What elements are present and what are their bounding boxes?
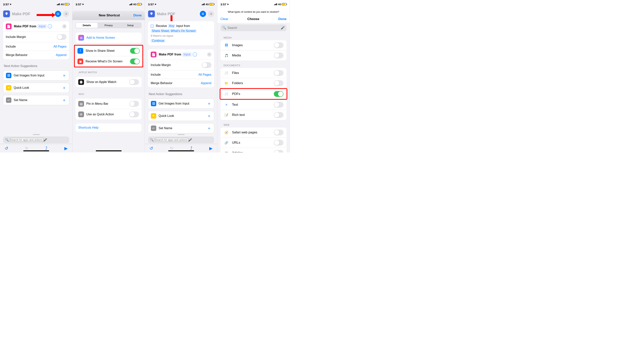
merge-behavior-row[interactable]: Merge Behavior Append xyxy=(148,79,214,87)
include-margin-toggle[interactable] xyxy=(202,62,212,68)
search-field[interactable]: 🔍 🎤 xyxy=(3,136,69,143)
suggestion-set-name[interactable]: 🏷 Set Name ＋ xyxy=(3,95,69,105)
search-input[interactable] xyxy=(155,138,188,142)
row-safari: 🧭 Safari web pages xyxy=(220,127,286,138)
any-token[interactable]: Any xyxy=(168,24,176,28)
close-button[interactable]: ✕ xyxy=(208,11,214,17)
mic-icon[interactable]: 🎤 xyxy=(281,26,284,30)
undo-button[interactable]: ↺ xyxy=(4,146,8,151)
input-token[interactable]: Input xyxy=(182,52,192,57)
modal-header: New Shortcut Done xyxy=(72,11,145,20)
types-scroll[interactable]: 🔍 🎤 MEDIA 🖼 Images 🎵 Media DOCUMENTS 📄 F… xyxy=(217,23,290,152)
done-button[interactable]: Done xyxy=(278,17,287,21)
receive-label: Receive xyxy=(156,24,167,27)
clear-action-button[interactable]: ✕ xyxy=(207,52,212,57)
add-suggestion-button[interactable]: ＋ xyxy=(207,125,211,131)
add-to-home-row[interactable]: ⊞ Add to Home Screen xyxy=(76,32,142,43)
articles-toggle[interactable] xyxy=(274,150,284,152)
done-button[interactable]: Done xyxy=(134,13,142,17)
run-button[interactable]: ▶ xyxy=(209,146,212,151)
urls-toggle[interactable] xyxy=(274,140,284,146)
add-suggestion-button[interactable]: ＋ xyxy=(62,73,66,78)
shortcuts-help-row[interactable]: Shortcuts Help xyxy=(76,123,142,132)
clear-action-button[interactable]: ✕ xyxy=(62,24,66,28)
share-sheet-icon: ⤴ xyxy=(78,48,83,54)
images-toggle[interactable] xyxy=(274,42,284,48)
mic-icon[interactable]: 🎤 xyxy=(188,138,192,142)
share-sheet-toggle[interactable] xyxy=(130,48,140,54)
pdfs-toggle[interactable] xyxy=(274,91,284,97)
search-field[interactable]: 🔍 🎤 xyxy=(220,24,286,31)
documents-group: 📄 Files 📁 Folders xyxy=(220,68,286,88)
continue-token[interactable]: Continue xyxy=(151,39,165,42)
search-input[interactable] xyxy=(10,138,43,142)
home-indicator[interactable] xyxy=(168,150,194,151)
tab-privacy[interactable]: Privacy xyxy=(98,23,120,28)
close-button[interactable]: ✕ xyxy=(63,11,69,17)
expand-icon[interactable]: ⌄ xyxy=(48,24,52,28)
file-icon: 📄 xyxy=(224,70,229,76)
suggestion-set-name[interactable]: 🏷 Set Name ＋ xyxy=(148,123,214,133)
shortcut-title[interactable]: Make PDF xyxy=(157,12,198,16)
suggestion-quick-look[interactable]: 👁 Quick Look ＋ xyxy=(3,83,69,93)
search-input[interactable] xyxy=(228,26,281,30)
search-dock: 🔍 🎤 xyxy=(145,134,217,143)
text-icon: ≡ xyxy=(224,102,229,108)
network-label: 4G xyxy=(133,3,136,6)
documents-group-2: ≡ Text 📝 Rich text xyxy=(220,100,286,120)
add-suggestion-button[interactable]: ＋ xyxy=(207,113,211,119)
grabber-icon[interactable] xyxy=(178,134,184,135)
add-suggestion-button[interactable]: ＋ xyxy=(207,101,211,106)
row-richtext: 📝 Rich text xyxy=(220,110,286,120)
suggestion-get-images[interactable]: 🖼 Get Images from Input ＋ xyxy=(3,70,69,80)
modal-title: New Shortcut xyxy=(85,13,134,17)
action-title-row[interactable]: 📄 Make PDF from Input ⌄ ✕ xyxy=(148,49,214,60)
search-field[interactable]: 🔍 🎤 xyxy=(148,136,214,143)
safari-toggle[interactable] xyxy=(274,130,284,135)
status-time: 3:57 xyxy=(220,3,226,6)
input-token[interactable]: Input xyxy=(38,24,47,28)
grabber-icon[interactable] xyxy=(33,134,40,135)
sources-token[interactable]: Share Sheet, What's On Screen xyxy=(151,29,197,33)
editor-header: Make PDF ✕ xyxy=(0,8,72,19)
clear-button[interactable]: Clear xyxy=(220,17,228,21)
screen-2-details: 3:57➤ 4G ⚡ New Shortcut Done Details Pri… xyxy=(72,0,145,152)
pin-menu-toggle[interactable] xyxy=(129,101,139,107)
quick-action-toggle[interactable] xyxy=(129,111,139,117)
undo-button[interactable]: ↺ xyxy=(150,146,153,151)
include-row[interactable]: Include All Pages xyxy=(148,70,214,79)
settings-button[interactable] xyxy=(55,11,61,17)
include-row[interactable]: Include All Pages xyxy=(3,42,69,51)
tab-setup[interactable]: Setup xyxy=(120,23,141,28)
richtext-toggle[interactable] xyxy=(274,112,284,118)
media-icon: 🎵 xyxy=(224,52,229,58)
suggestion-get-images[interactable]: 🖼 Get Images from Input ＋ xyxy=(148,99,214,109)
shortcut-icon[interactable] xyxy=(3,10,10,17)
location-icon: ➤ xyxy=(82,3,84,5)
action-title-row[interactable]: 📄 Make PDF from Input ⌄ ✕ xyxy=(3,21,69,32)
home-indicator[interactable] xyxy=(96,150,122,151)
apple-watch-toggle[interactable] xyxy=(129,79,139,85)
eye-icon: 👁 xyxy=(151,113,156,119)
media-toggle[interactable] xyxy=(274,52,284,58)
receive-onscreen-toggle[interactable] xyxy=(130,58,140,64)
apple-watch-card: ⌚ Show on Apple Watch xyxy=(76,77,142,87)
add-suggestion-button[interactable]: ＋ xyxy=(62,97,66,103)
suggestion-quick-look[interactable]: 👁 Quick Look ＋ xyxy=(148,111,214,121)
status-bar: 3:57➤ 4G ⚡ xyxy=(0,0,72,8)
expand-icon[interactable]: ⌄ xyxy=(193,52,197,57)
run-button[interactable]: ▶ xyxy=(64,146,68,151)
files-toggle[interactable] xyxy=(274,70,284,76)
folders-toggle[interactable] xyxy=(274,80,284,86)
status-bar: 3:57➤ 4G ⚡ xyxy=(72,0,145,8)
settings-button[interactable] xyxy=(200,11,206,17)
include-margin-toggle[interactable] xyxy=(57,34,66,40)
home-indicator[interactable] xyxy=(23,150,49,151)
segmented-control[interactable]: Details Privacy Setup xyxy=(76,22,142,28)
mic-icon[interactable]: 🎤 xyxy=(43,138,47,142)
add-suggestion-button[interactable]: ＋ xyxy=(62,85,66,91)
tab-details[interactable]: Details xyxy=(76,23,98,28)
text-toggle[interactable] xyxy=(274,102,284,108)
merge-behavior-row[interactable]: Merge Behavior Append xyxy=(3,51,69,59)
shortcut-icon[interactable] xyxy=(148,10,155,17)
